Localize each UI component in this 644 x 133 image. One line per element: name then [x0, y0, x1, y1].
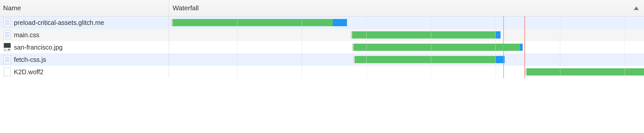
table-row[interactable]: main.css [0, 29, 644, 41]
name-cell[interactable]: san-francisco.jpg [0, 41, 169, 53]
file-icon [4, 55, 11, 64]
file-icon [4, 18, 11, 27]
queueing-handle [353, 56, 354, 63]
queueing-handle [171, 19, 172, 26]
column-header-waterfall[interactable]: Waterfall [169, 0, 644, 16]
download-bar [495, 31, 501, 39]
sort-ascending-icon [634, 6, 639, 10]
table-row[interactable]: fetch-css.js [0, 53, 644, 66]
waterfall-cell[interactable] [169, 53, 644, 66]
name-cell[interactable]: fetch-css.js [0, 53, 169, 66]
table-header: Name Waterfall [0, 0, 644, 16]
column-header-waterfall-label: Waterfall [173, 4, 199, 12]
waiting-bar [352, 31, 496, 39]
table-row[interactable]: K2D.woff2 [0, 66, 644, 78]
queueing-handle [525, 68, 526, 75]
waterfall-cell[interactable] [169, 66, 644, 78]
table-row[interactable]: san-francisco.jpg [0, 41, 644, 53]
column-header-name-label: Name [3, 4, 21, 12]
waterfall-cell[interactable] [169, 41, 644, 53]
download-bar [520, 44, 523, 51]
waiting-bar [355, 56, 495, 63]
name-cell[interactable]: K2D.woff2 [0, 66, 169, 78]
table-row[interactable]: preload-critical-assets.glitch.me [0, 16, 644, 29]
file-icon [4, 43, 11, 52]
name-cell[interactable]: main.css [0, 29, 169, 41]
file-icon [4, 68, 11, 76]
request-name: main.css [14, 31, 39, 39]
waiting-bar [173, 19, 333, 26]
queueing-handle [352, 44, 353, 51]
column-header-name[interactable]: Name [0, 0, 169, 16]
waiting-bar [353, 44, 520, 51]
name-cell[interactable]: preload-critical-assets.glitch.me [0, 16, 169, 29]
network-panel: Name Waterfall preload-critical-assets.g… [0, 0, 644, 78]
waterfall-cell[interactable] [169, 29, 644, 41]
file-icon [4, 31, 11, 39]
request-name: preload-critical-assets.glitch.me [14, 19, 104, 26]
table-body: preload-critical-assets.glitch.memain.cs… [0, 16, 644, 78]
download-bar [495, 56, 504, 63]
waiting-bar [527, 68, 644, 75]
request-name: K2D.woff2 [14, 68, 44, 76]
download-bar [333, 19, 347, 26]
queueing-handle [351, 31, 352, 39]
request-name: fetch-css.js [14, 56, 46, 63]
request-name: san-francisco.jpg [14, 44, 63, 51]
waterfall-cell[interactable] [169, 16, 644, 29]
